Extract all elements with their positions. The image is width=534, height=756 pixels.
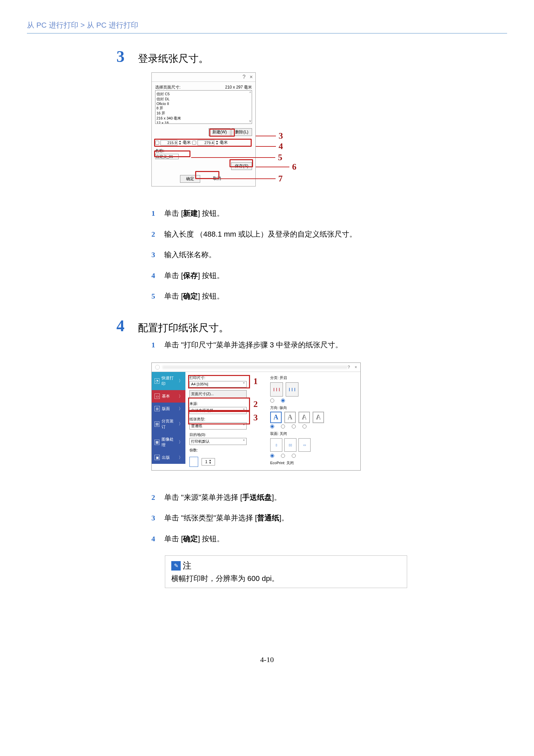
new-button[interactable]: 新建(W) [209, 128, 230, 136]
copies-input[interactable]: 1▲▼ [202, 458, 215, 466]
orient-portrait[interactable]: A [270, 412, 282, 423]
chevron-right-icon: 〉 [179, 393, 183, 399]
height-input[interactable] [198, 140, 214, 145]
book-icon: ▣ [154, 455, 160, 460]
scroll-up-icon[interactable]: ^ [249, 91, 251, 95]
collate-radio-on[interactable] [281, 399, 285, 403]
collate-radio-off[interactable] [270, 399, 274, 403]
ok-button[interactable]: 确定 [180, 175, 200, 183]
help-icon[interactable]: ? [243, 74, 246, 80]
duplex-short-icon[interactable]: ▭ [298, 438, 311, 452]
substep-num: 2 [151, 491, 157, 504]
list-item[interactable]: Oficio II [156, 102, 251, 106]
note-title: 注 [183, 560, 191, 572]
page-number: 4-10 [27, 655, 507, 664]
chevron-right-icon: 〉 [179, 439, 183, 445]
duplex-long-icon[interactable]: ▯▯ [284, 438, 296, 452]
orient-radio-3[interactable] [292, 424, 296, 428]
height-spinner[interactable]: ▲▼ [216, 140, 218, 145]
scroll-down-icon[interactable]: v [249, 119, 251, 123]
height-lock-checkbox[interactable] [192, 141, 196, 145]
help-icon[interactable]: ? [348, 365, 350, 370]
sidebar-item-label: 出版 [162, 455, 170, 460]
list-item[interactable]: 信封 C5 [156, 92, 251, 97]
list-item[interactable]: 16 开 [156, 111, 251, 116]
list-item[interactable]: 信封 DL [156, 97, 251, 102]
substep-text: 输入长度 （488.1 mm 或以上）及登录的自定义纸张尺寸。 [164, 228, 357, 241]
chevron-right-icon: 〉 [179, 378, 183, 384]
name-input[interactable] [155, 154, 179, 159]
chevron-right-icon: 〉 [179, 421, 183, 427]
sidebar-item-image[interactable]: ▦图像处理〉 [152, 433, 185, 451]
callout-2: 2 [253, 399, 258, 409]
note-icon: ✎ [171, 561, 181, 571]
substep-text: 单击 "打印尺寸"菜单并选择步骤 3 中登录的纸张尺寸。 [164, 338, 343, 352]
substep-text: 单击 [确定] 按钮。 [164, 532, 224, 546]
divider [27, 33, 507, 34]
chevron-right-icon: 〉 [179, 406, 183, 412]
sidebar-item-label: 快速打印 [162, 375, 177, 387]
list-item[interactable]: 12 x 18 [156, 121, 251, 124]
orient-landscape[interactable]: A [284, 412, 296, 423]
step-3-title: 登录纸张尺寸。 [138, 52, 209, 66]
blurred-title [163, 366, 348, 369]
orient-radio-2[interactable] [281, 424, 285, 428]
width-unit: 毫米 [183, 140, 191, 145]
highlight-box-1 [188, 375, 250, 388]
sidebar: ◔快速打印〉 ▭基本〉 ⊞版面〉 ▤分页装订〉 ▦图像处理〉 ▣出版〉 [152, 372, 185, 470]
callout-7: 7 [278, 174, 283, 184]
close-icon[interactable]: × [355, 365, 357, 370]
height-unit: 毫米 [220, 140, 228, 145]
dialog-titlebar: ? × [152, 363, 360, 372]
ecoprint-label: EcoPrint: 关闭 [270, 460, 356, 466]
substep-num: 4 [151, 532, 157, 546]
substep-num: 2 [151, 228, 157, 241]
highlight-box-3b [188, 411, 250, 424]
size-list[interactable]: 信封 C5 信封 DL Oficio II 8 开 16 开 216 x 340… [155, 90, 252, 124]
list-label: 选择页面尺寸: [155, 84, 180, 90]
close-icon[interactable]: × [250, 74, 253, 80]
duplex-radio-2[interactable] [281, 454, 285, 458]
callout-3b: 3 [253, 413, 258, 423]
list-item[interactable]: 8 开 [156, 106, 251, 111]
substep-text: 单击 [保存] 按钮。 [164, 269, 224, 282]
width-lock-checkbox[interactable] [155, 141, 159, 145]
duplex-off-icon[interactable]: ▯ [270, 438, 282, 452]
sidebar-item-basic[interactable]: ▭基本〉 [152, 390, 185, 403]
highlight-box-2 [188, 398, 250, 411]
step-3-number: 3 [111, 47, 124, 66]
collate-on-icon[interactable]: ❙❙❙ [270, 382, 283, 397]
sidebar-item-quick[interactable]: ◔快速打印〉 [152, 372, 185, 390]
collate-off-icon[interactable]: ❙❙❙ [286, 382, 298, 397]
sidebar-item-label: 图像处理 [162, 437, 177, 448]
callout-5: 5 [278, 152, 282, 163]
staple-icon: ▤ [154, 421, 159, 427]
callout-6: 6 [292, 162, 296, 172]
width-spinner[interactable]: ▲▼ [179, 140, 181, 145]
orient-portrait-flip[interactable]: A [298, 412, 310, 423]
copies-spinner[interactable]: ▲▼ [209, 459, 211, 465]
copies-label: 份数: [189, 448, 260, 453]
delete-button[interactable]: 删除(L) [232, 128, 252, 136]
sidebar-item-layout[interactable]: ⊞版面〉 [152, 403, 185, 415]
orient-radio-4[interactable] [302, 424, 307, 428]
list-info: 210 x 297 毫米 [225, 84, 252, 90]
list-item[interactable]: 216 x 340 毫米 [156, 116, 251, 121]
orient-radio-1[interactable] [270, 424, 274, 428]
note-body: 横幅打印时，分辨率为 600 dpi。 [171, 574, 401, 584]
sidebar-item-finish[interactable]: ▤分页装订〉 [152, 415, 185, 433]
sidebar-item-publish[interactable]: ▣出版〉 [152, 451, 185, 464]
page-size-button[interactable]: 页面尺寸(Z)... [189, 390, 247, 398]
image-icon: ▦ [154, 440, 159, 445]
save-button[interactable]: 保存(S) [231, 162, 252, 170]
substep-num: 1 [151, 338, 157, 352]
width-input[interactable] [161, 140, 177, 145]
callout-4: 4 [279, 141, 283, 151]
orient-landscape-flip[interactable]: A [313, 412, 324, 423]
grid-icon: ⊞ [154, 406, 160, 411]
sidebar-item-label: 分页装订 [162, 418, 177, 430]
dest-select[interactable]: 打印机默认˅ [189, 438, 247, 445]
duplex-radio-3[interactable] [292, 454, 296, 458]
step-4-number: 4 [111, 316, 124, 335]
duplex-radio-1[interactable] [270, 454, 274, 458]
